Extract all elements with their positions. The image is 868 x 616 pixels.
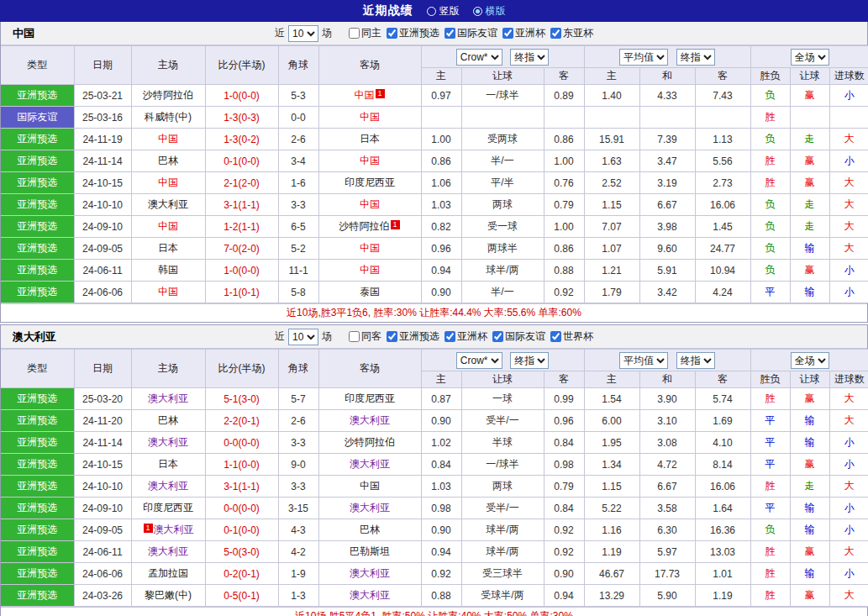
match-type[interactable]: 亚洲预选 xyxy=(1,238,74,260)
match-type[interactable]: 亚洲预选 xyxy=(1,432,74,454)
score-link[interactable]: 5-1(3-0) xyxy=(205,388,278,410)
score-link[interactable]: 3-1(1-1) xyxy=(205,194,278,216)
filter-checkbox[interactable]: 同主 xyxy=(349,26,381,40)
score-link[interactable]: 1-0(0-0) xyxy=(205,85,278,107)
radio-horizontal-icon[interactable] xyxy=(473,7,482,16)
checkbox-input[interactable] xyxy=(445,28,455,39)
away-team-link[interactable]: 日本 xyxy=(360,133,380,145)
home-team-link[interactable]: 巴林 xyxy=(158,414,178,426)
match-type[interactable]: 亚洲预选 xyxy=(1,194,74,216)
home-team-link[interactable]: 巴林 xyxy=(158,155,178,166)
home-team-link[interactable]: 沙特阿拉伯 xyxy=(143,89,193,101)
home-team-link[interactable]: 印度尼西亚 xyxy=(143,502,193,513)
away-team-link[interactable]: 中国 xyxy=(360,111,380,123)
filter-checkbox[interactable]: 亚洲预选 xyxy=(387,329,439,344)
match-type[interactable]: 亚洲预选 xyxy=(1,563,74,585)
match-type[interactable]: 亚洲预选 xyxy=(1,410,74,432)
score-link[interactable]: 1-3(0-3) xyxy=(205,107,278,129)
score-link[interactable]: 0-1(0-0) xyxy=(205,150,278,172)
score-link[interactable]: 0-2(0-1) xyxy=(205,563,278,585)
away-team-link[interactable]: 沙特阿拉伯 xyxy=(345,436,395,448)
match-type[interactable]: 亚洲预选 xyxy=(1,216,74,238)
away-team-link[interactable]: 澳大利亚 xyxy=(350,567,390,579)
filter-checkbox[interactable]: 国际友谊 xyxy=(445,26,497,40)
checkbox-input[interactable] xyxy=(502,28,513,39)
home-team-link[interactable]: 澳大利亚 xyxy=(154,524,194,535)
away-team-link[interactable]: 中国 xyxy=(360,264,380,276)
match-type[interactable]: 亚洲预选 xyxy=(1,498,74,519)
score-link[interactable]: 0-1(0-0) xyxy=(205,519,278,541)
home-team-link[interactable]: 日本 xyxy=(158,458,178,470)
score-link[interactable]: 1-3(0-2) xyxy=(205,129,278,150)
odds-time-select[interactable]: 终指 xyxy=(510,49,549,66)
checkbox-input[interactable] xyxy=(387,331,397,342)
filter-checkbox[interactable]: 亚洲预选 xyxy=(387,26,439,40)
home-team-link[interactable]: 澳大利亚 xyxy=(148,392,188,404)
home-team-link[interactable]: 中国 xyxy=(158,286,178,297)
recent-count-select[interactable]: 10 xyxy=(288,25,318,42)
score-link[interactable]: 1-0(0-0) xyxy=(205,260,278,282)
match-type[interactable]: 亚洲预选 xyxy=(1,541,74,563)
match-type[interactable]: 亚洲预选 xyxy=(1,476,74,498)
checkbox-input[interactable] xyxy=(445,331,455,342)
home-team-link[interactable]: 日本 xyxy=(158,242,178,254)
match-type[interactable]: 亚洲预选 xyxy=(1,172,74,194)
odds-company-select[interactable]: Crow* xyxy=(456,352,502,369)
avg-source-select[interactable]: 平均值 xyxy=(619,352,668,369)
fulltime-select[interactable]: 全场 xyxy=(791,49,829,66)
score-link[interactable]: 7-0(2-0) xyxy=(205,238,278,260)
checkbox-input[interactable] xyxy=(550,331,561,342)
filter-checkbox[interactable]: 东亚杯 xyxy=(550,26,593,40)
match-type[interactable]: 亚洲预选 xyxy=(1,388,74,410)
match-type[interactable]: 国际友谊 xyxy=(1,107,74,129)
filter-checkbox[interactable]: 亚洲杯 xyxy=(502,26,545,40)
match-type[interactable]: 亚洲预选 xyxy=(1,260,74,282)
score-link[interactable]: 0-5(0-1) xyxy=(205,585,278,607)
recent-count-select[interactable]: 10 xyxy=(288,329,318,345)
away-team-link[interactable]: 中国 xyxy=(360,155,380,166)
home-team-link[interactable]: 黎巴嫩(中) xyxy=(145,589,192,601)
layout-option-vertical[interactable]: 竖版 xyxy=(427,4,460,18)
avg-time-select[interactable]: 终指 xyxy=(676,49,715,66)
checkbox-input[interactable] xyxy=(349,28,360,39)
match-type[interactable]: 亚洲预选 xyxy=(1,85,74,107)
checkbox-input[interactable] xyxy=(492,331,503,342)
score-link[interactable]: 0-0(0-0) xyxy=(205,432,278,454)
filter-checkbox[interactable]: 世界杯 xyxy=(550,329,593,344)
away-team-link[interactable]: 印度尼西亚 xyxy=(345,392,395,404)
score-link[interactable]: 0-0(0-0) xyxy=(205,498,278,519)
avg-source-select[interactable]: 平均值 xyxy=(619,49,668,66)
away-team-link[interactable]: 澳大利亚 xyxy=(350,502,390,513)
away-team-link[interactable]: 中国 xyxy=(360,198,380,210)
filter-checkbox[interactable]: 亚洲杯 xyxy=(445,329,487,344)
score-link[interactable]: 1-1(0-1) xyxy=(205,282,278,303)
home-team-link[interactable]: 中国 xyxy=(158,220,178,232)
home-team-link[interactable]: 中国 xyxy=(158,176,178,188)
score-link[interactable]: 3-1(1-1) xyxy=(205,476,278,498)
match-type[interactable]: 亚洲预选 xyxy=(1,585,74,607)
score-link[interactable]: 5-0(3-0) xyxy=(205,541,278,563)
away-team-link[interactable]: 泰国 xyxy=(360,286,380,297)
score-link[interactable]: 2-2(0-1) xyxy=(205,410,278,432)
radio-vertical-icon[interactable] xyxy=(427,7,436,16)
away-team-link[interactable]: 中国 xyxy=(355,89,375,101)
match-type[interactable]: 亚洲预选 xyxy=(1,519,74,541)
match-type[interactable]: 亚洲预选 xyxy=(1,129,74,150)
away-team-link[interactable]: 中国 xyxy=(360,242,380,254)
home-team-link[interactable]: 中国 xyxy=(158,133,178,145)
away-team-link[interactable]: 澳大利亚 xyxy=(350,414,390,426)
checkbox-input[interactable] xyxy=(550,28,561,39)
match-type[interactable]: 亚洲预选 xyxy=(1,282,74,303)
avg-time-select[interactable]: 终指 xyxy=(676,352,715,369)
match-type[interactable]: 亚洲预选 xyxy=(1,454,74,476)
home-team-link[interactable]: 澳大利亚 xyxy=(148,480,188,492)
odds-company-select[interactable]: Crow* xyxy=(456,49,502,66)
checkbox-input[interactable] xyxy=(349,331,360,342)
away-team-link[interactable]: 澳大利亚 xyxy=(350,589,390,601)
score-link[interactable]: 1-1(0-0) xyxy=(205,454,278,476)
away-team-link[interactable]: 巴林 xyxy=(360,524,380,535)
away-team-link[interactable]: 印度尼西亚 xyxy=(345,176,395,188)
filter-checkbox[interactable]: 同客 xyxy=(349,329,381,344)
away-team-link[interactable]: 澳大利亚 xyxy=(350,458,390,470)
odds-time-select[interactable]: 终指 xyxy=(510,352,549,369)
